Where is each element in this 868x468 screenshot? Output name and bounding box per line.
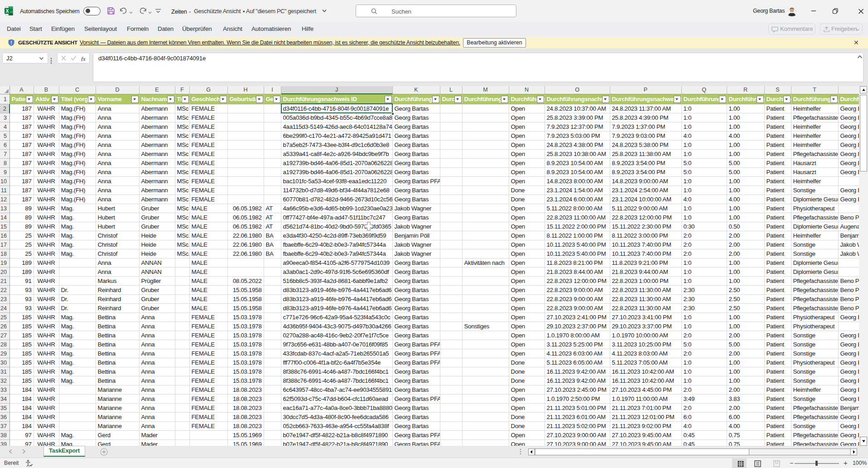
svg-text:fx: fx — [81, 55, 86, 61]
svg-text:X: X — [6, 9, 9, 14]
